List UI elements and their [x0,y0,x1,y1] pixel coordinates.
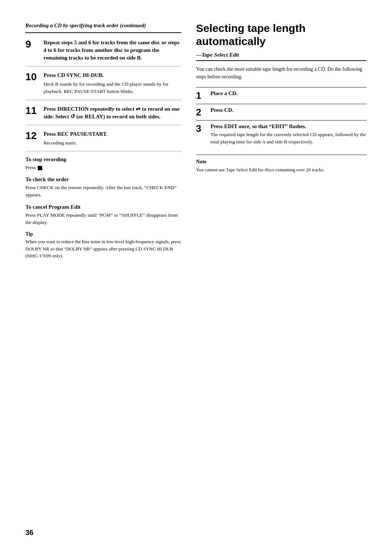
subsection-stop-title: To stop recording [25,156,181,163]
step-12-title: Press REC PAUSE/START. [44,130,181,138]
step-10-content: Press CD SYNC HI-DUB. Deck B stands by f… [44,72,181,95]
step-9-content: Repeat steps 5 and 6 for tracks from the… [44,39,181,62]
note-section: Note You cannot use Tape Select Edit for… [196,155,367,174]
right-step-3-title: Press EDIT once, so that “EDIT” flashes. [211,123,367,130]
step-11-title: Press DIRECTION repeatedly to select ⇌ t… [44,106,180,119]
step-12-body: Recording starts. [44,139,181,147]
step-12-number: 12 [25,130,44,142]
step-9-number: 9 [25,39,44,50]
subsection-cancel-title: To cancel Program Edit [25,204,181,210]
step-11-content: Press DIRECTION repeatedly to select ⇌ t… [44,105,181,121]
page-number: 36 [25,529,33,537]
subsection-check-body: Press CHECK on the remote repeatedly. Af… [25,184,181,199]
right-step-1-number: 1 [196,90,211,101]
right-step-2-number: 2 [196,107,211,118]
stop-icon [38,166,42,170]
step-10-body: Deck B stands by for recording and the C… [44,81,181,95]
right-step-2-content: Press CD. [211,107,367,113]
left-column: Recording a CD by specifying track order… [25,22,181,526]
tip-body: When you want to reduce the hiss noise i… [25,238,181,260]
right-step-1-content: Place a CD. [211,90,367,97]
right-intro: You can check the most suitable tape len… [196,65,367,81]
section-header: Recording a CD by specifying track order… [25,22,181,33]
right-column: Selecting tape length automatically —Tap… [196,22,367,526]
right-subtitle: —Tape Select Edit [196,52,367,61]
step-9-title: Repeat steps 5 and 6 for tracks from the… [44,40,179,61]
tip-title: Tip [25,231,181,237]
subsection-check-title: To check the order [25,176,181,183]
step-11-number: 11 [25,105,44,117]
right-step-3-content: Press EDIT once, so that “EDIT” flashes.… [211,123,367,146]
right-step-1-title: Place a CD. [211,90,367,97]
right-title: Selecting tape length automatically [196,22,367,48]
right-step-2: 2 Press CD. [196,104,367,121]
note-body: You cannot use Tape Select Edit for disc… [196,166,367,174]
right-step-3: 3 Press EDIT once, so that “EDIT” flashe… [196,120,367,149]
two-column-layout: Recording a CD by specifying track order… [25,22,367,526]
right-step-2-title: Press CD. [211,107,367,113]
step-9: 9 Repeat steps 5 and 6 for tracks from t… [25,39,181,66]
right-step-3-body: The required tape length for the current… [211,131,367,146]
step-10-title: Press CD SYNC HI-DUB. [44,72,181,79]
step-10-number: 10 [25,72,44,83]
page: Recording a CD by specifying track order… [0,0,392,555]
step-12: 12 Press REC PAUSE/START. Recording star… [25,130,181,151]
right-step-1: 1 Place a CD. [196,87,367,104]
step-11: 11 Press DIRECTION repeatedly to select … [25,105,181,125]
subsection-cancel-body: Press PLAY MODE repeatedly until “PGM” o… [25,212,181,227]
subsection-stop-body: Press . [25,164,181,171]
step-12-content: Press REC PAUSE/START. Recording starts. [44,130,181,147]
right-step-3-number: 3 [196,123,211,134]
step-10: 10 Press CD SYNC HI-DUB. Deck B stands b… [25,72,181,100]
note-title: Note [196,159,367,165]
